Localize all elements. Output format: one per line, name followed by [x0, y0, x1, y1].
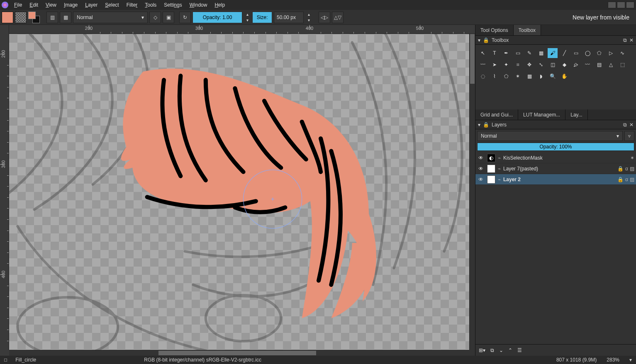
menu-file[interactable]: File: [11, 1, 25, 9]
mirror-horizontal-icon[interactable]: ◁▷: [319, 12, 330, 23]
menu-filter[interactable]: Filter: [123, 1, 141, 9]
tool-crop-icon[interactable]: ⌗: [513, 60, 523, 70]
tool-dyna-icon[interactable]: ✦: [501, 60, 511, 70]
visibility-icon[interactable]: 👁: [477, 177, 485, 182]
tab-lut[interactable]: LUT Managem...: [518, 109, 565, 120]
close-icon[interactable]: ✕: [629, 122, 634, 128]
tool-polygon-icon[interactable]: ⬠: [594, 48, 604, 58]
size-input[interactable]: 50.00 px: [274, 12, 304, 23]
pattern-pick-icon[interactable]: ▦: [60, 12, 71, 23]
menu-image[interactable]: Image: [61, 1, 81, 9]
tool-calligraphy-icon[interactable]: ✒: [501, 48, 511, 58]
tab-toolbox[interactable]: Toolbox: [514, 25, 541, 35]
tool-transform-icon[interactable]: ⤡: [536, 60, 546, 70]
tool-cursor-icon[interactable]: ↖: [478, 48, 488, 58]
add-layer-icon[interactable]: ⊞▾: [479, 347, 485, 353]
menu-tools[interactable]: Tools: [141, 1, 160, 9]
opacity-slider[interactable]: Opacity: 1.00: [193, 12, 242, 23]
foreground-swatch[interactable]: [2, 12, 13, 23]
canvas-viewport[interactable]: [9, 34, 469, 350]
tool-brush-icon[interactable]: 🖌: [548, 48, 558, 58]
collapse-icon[interactable]: ▾: [478, 37, 480, 43]
tab-tool-options[interactable]: Tool Options: [475, 25, 514, 35]
layer-menu-icon[interactable]: ☰: [517, 347, 522, 353]
tool-rect-icon[interactable]: ▭: [571, 48, 581, 58]
menu-help[interactable]: Help: [211, 1, 228, 9]
lock-icon[interactable]: 🔒: [617, 177, 624, 182]
layer-filter-icon[interactable]: ▿: [624, 131, 634, 141]
tool-pencil-icon[interactable]: ✎: [524, 48, 534, 58]
gradient-tool-icon[interactable]: ▥: [46, 12, 58, 23]
ruler-horizontal[interactable]: 200300400500: [9, 25, 475, 34]
layer-opacity-slider[interactable]: Opacity: 100%: [477, 143, 634, 151]
window-minimize-icon[interactable]: [608, 2, 616, 8]
size-up-icon[interactable]: ▴: [305, 12, 312, 17]
float-icon[interactable]: ⧉: [623, 37, 627, 43]
tool-zoom-icon[interactable]: 🔍: [548, 71, 558, 81]
tool-pattern-icon[interactable]: ▦: [536, 48, 546, 58]
move-down-icon[interactable]: ⌄: [499, 347, 503, 353]
tool-select-contiguous-icon[interactable]: ✶: [513, 71, 523, 81]
menu-window[interactable]: Window: [186, 1, 211, 9]
window-close-icon[interactable]: [626, 2, 634, 8]
layer-row[interactable]: 👁⌁Layer 2🔒α▨: [475, 174, 636, 185]
pattern-swatch[interactable]: [15, 12, 27, 23]
size-slider-label[interactable]: Size:: [252, 12, 272, 23]
alpha2-icon[interactable]: ▨: [630, 177, 634, 182]
tool-picker-icon[interactable]: ⌮: [571, 60, 581, 70]
alpha-icon[interactable]: α: [625, 166, 628, 172]
float-icon[interactable]: ⧉: [623, 122, 627, 128]
duplicate-layer-icon[interactable]: ⧉: [490, 347, 494, 353]
blend-mode-select[interactable]: Normal ▾: [73, 12, 148, 23]
reload-preset-icon[interactable]: ↻: [179, 12, 191, 23]
tool-text-icon[interactable]: T: [490, 48, 500, 58]
layer-blend-select[interactable]: Normal ▾: [477, 131, 623, 141]
alpha2-icon[interactable]: ▨: [630, 166, 634, 172]
horizontal-scroll-thumb[interactable]: [158, 351, 316, 355]
size-down-icon[interactable]: ▾: [305, 17, 312, 23]
lock-icon[interactable]: 🔒: [617, 166, 624, 172]
menu-layer[interactable]: Layer: [82, 1, 101, 9]
zoom-level[interactable]: 283%: [607, 357, 619, 363]
zoom-menu-icon[interactable]: ▾: [629, 357, 632, 363]
tool-gradient-icon[interactable]: ▤: [594, 60, 604, 70]
visibility-icon[interactable]: 👁: [477, 166, 485, 172]
tool-select-bezier-icon[interactable]: ◗: [536, 71, 546, 81]
tool-select-poly-icon[interactable]: ⬠: [501, 71, 511, 81]
menu-edit[interactable]: Edit: [26, 1, 41, 9]
tool-bezier-icon[interactable]: ∿: [617, 48, 627, 58]
close-icon[interactable]: ✕: [629, 37, 634, 43]
mirror-vertical-icon[interactable]: △▽: [332, 12, 344, 23]
alpha-lock-icon[interactable]: ▣: [163, 12, 174, 23]
menu-view[interactable]: View: [42, 1, 60, 9]
fg-bg-swap-icon[interactable]: [28, 12, 40, 23]
layer-row[interactable]: 👁⌁Layer 7(pasted)🔒α▨: [475, 163, 636, 174]
tool-select-freehand-icon[interactable]: ⌇: [490, 71, 500, 81]
selection-mode-icon[interactable]: □: [4, 357, 7, 363]
vertical-scroll-thumb[interactable]: [470, 34, 475, 84]
tool-measure-icon[interactable]: △: [606, 60, 616, 70]
tool-polyline-icon[interactable]: ▷: [606, 48, 616, 58]
window-maximize-icon[interactable]: [617, 2, 625, 8]
tool-select-rect-icon[interactable]: ⬚: [617, 60, 627, 70]
layer-row[interactable]: 👁◐⌁KisSelectionMask ✶: [475, 153, 636, 163]
eraser-toggle-icon[interactable]: ◇: [149, 12, 161, 23]
horizontal-scrollbar[interactable]: [9, 350, 469, 356]
tool-line-icon[interactable]: ╱: [559, 48, 569, 58]
tool-fill-icon[interactable]: ◆: [559, 60, 569, 70]
tool-smudge-icon[interactable]: 〰: [582, 60, 592, 70]
collapse-icon[interactable]: ▾: [478, 122, 480, 128]
alpha-icon[interactable]: α: [625, 177, 628, 182]
tab-layers[interactable]: Lay...: [565, 109, 587, 120]
visibility-icon[interactable]: 👁: [477, 155, 485, 161]
menu-select[interactable]: Select: [102, 1, 122, 9]
tool-select-similar-icon[interactable]: ▦: [524, 71, 534, 81]
tool-ellipse-icon[interactable]: ◯: [582, 48, 592, 58]
move-up-icon[interactable]: ⌃: [508, 347, 512, 353]
tool-perspective-icon[interactable]: ◫: [548, 60, 558, 70]
tool-pan-icon[interactable]: ✋: [559, 71, 569, 81]
opacity-down-icon[interactable]: ▾: [244, 17, 251, 23]
tool-shape-edit-icon[interactable]: ▭: [513, 48, 523, 58]
ruler-vertical[interactable]: 200300400: [0, 34, 9, 350]
opacity-up-icon[interactable]: ▴: [244, 12, 251, 17]
